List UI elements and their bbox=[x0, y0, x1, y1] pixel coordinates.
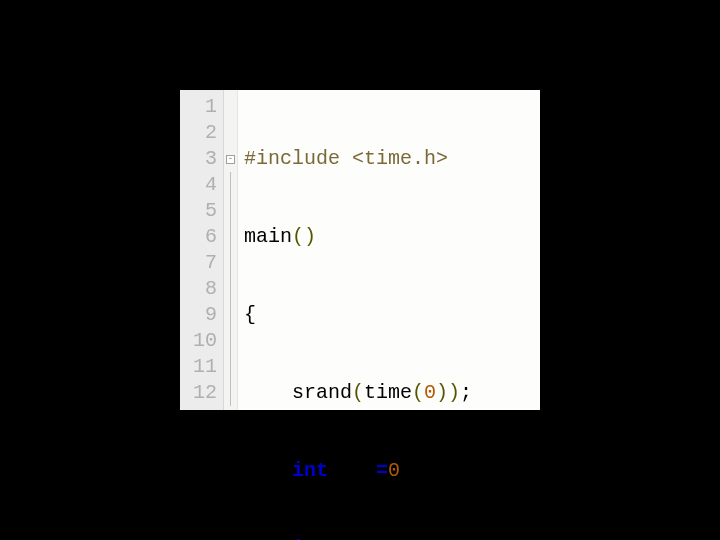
fold-toggle-icon[interactable]: - bbox=[226, 155, 235, 164]
line-number: 3 bbox=[180, 146, 217, 172]
paren-token: ( bbox=[412, 381, 424, 404]
identifier-token: main bbox=[244, 225, 292, 248]
fold-margin: - bbox=[224, 90, 238, 410]
line-number: 9 bbox=[180, 302, 217, 328]
identifier-token: i,s bbox=[328, 459, 376, 482]
semicolon-token: ; bbox=[400, 459, 412, 482]
line-number: 2 bbox=[180, 120, 217, 146]
line-number: 10 bbox=[180, 328, 217, 354]
paren-token: ( bbox=[352, 381, 364, 404]
identifier-token: time bbox=[364, 381, 412, 404]
line-number: 5 bbox=[180, 198, 217, 224]
code-line: int i,s=0; bbox=[244, 458, 540, 484]
line-number: 7 bbox=[180, 250, 217, 276]
line-number: 8 bbox=[180, 276, 217, 302]
code-editor: 1 2 3 4 5 6 7 8 9 10 11 12 - #include <t… bbox=[180, 90, 540, 410]
line-number: 12 bbox=[180, 380, 217, 406]
identifier-token: srand bbox=[292, 381, 352, 404]
semicolon-token: ; bbox=[460, 381, 472, 404]
angle-bracket-token: > bbox=[436, 147, 448, 170]
code-text-area[interactable]: #include <time.h> main() { srand(time(0)… bbox=[238, 90, 540, 410]
paren-token: ) bbox=[304, 225, 316, 248]
header-name-token: time.h bbox=[364, 147, 436, 170]
brace-token: { bbox=[244, 303, 256, 326]
number-token: 0 bbox=[388, 459, 400, 482]
paren-token: ) bbox=[436, 381, 448, 404]
angle-bracket-token: < bbox=[352, 147, 364, 170]
line-number: 1 bbox=[180, 94, 217, 120]
code-line: #include <time.h> bbox=[244, 146, 540, 172]
code-line: { bbox=[244, 302, 540, 328]
line-number: 6 bbox=[180, 224, 217, 250]
operator-token: = bbox=[376, 459, 388, 482]
code-line: srand(time(0)); bbox=[244, 380, 540, 406]
paren-token: ) bbox=[448, 381, 460, 404]
number-token: 0 bbox=[424, 381, 436, 404]
paren-token: ( bbox=[292, 225, 304, 248]
line-number: 4 bbox=[180, 172, 217, 198]
code-line: main() bbox=[244, 224, 540, 250]
line-number: 11 bbox=[180, 354, 217, 380]
keyword-token: int bbox=[292, 459, 328, 482]
line-number-gutter: 1 2 3 4 5 6 7 8 9 10 11 12 bbox=[180, 90, 224, 410]
code-line: int a[100]; bbox=[244, 536, 540, 540]
preprocessor-token: #include bbox=[244, 147, 352, 170]
